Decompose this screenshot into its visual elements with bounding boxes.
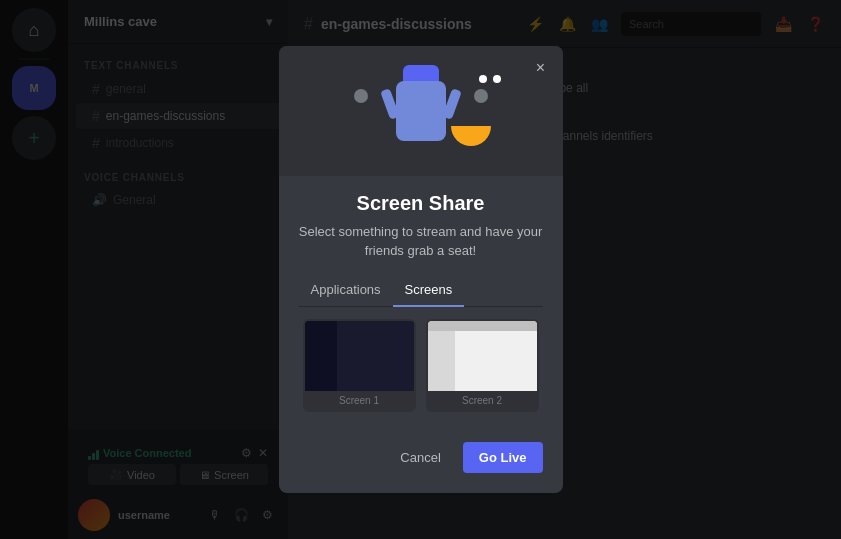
tab-applications[interactable]: Applications xyxy=(299,274,393,307)
close-icon: × xyxy=(536,59,545,77)
screens-grid: Screen 1 Screen 2 xyxy=(299,319,543,412)
tab-applications-label: Applications xyxy=(311,282,381,297)
modal-tabs: Applications Screens xyxy=(299,274,543,307)
screen2-main xyxy=(455,331,537,391)
modal-close-button[interactable]: × xyxy=(529,56,553,80)
figure-left-body xyxy=(351,106,371,146)
screen-preview-1 xyxy=(305,321,414,391)
screen1-bright xyxy=(337,321,413,391)
modal-title: Screen Share xyxy=(299,192,543,215)
screen1-content xyxy=(305,321,414,391)
modal-illustration xyxy=(279,46,563,176)
screen-thumb-1[interactable]: Screen 1 xyxy=(303,319,416,412)
robot-eye-left xyxy=(479,75,487,83)
modal-footer: Cancel Go Live xyxy=(279,442,563,473)
screen1-dark-area xyxy=(305,321,338,391)
screen-preview-2 xyxy=(428,321,537,391)
modal-body: Screen Share Select something to stream … xyxy=(279,176,563,433)
modal-description: Select something to stream and have your… xyxy=(299,223,543,259)
screen-thumb-2[interactable]: Screen 2 xyxy=(426,319,539,412)
screen2-bar xyxy=(428,321,537,331)
screen2-sidebar xyxy=(428,331,455,391)
go-live-button[interactable]: Go Live xyxy=(463,442,543,473)
figure-left-head xyxy=(354,89,368,103)
tab-screens-label: Screens xyxy=(405,282,453,297)
screen-1-label: Screen 1 xyxy=(305,391,414,410)
robot-eye-right xyxy=(493,75,501,83)
screen-2-label: Screen 2 xyxy=(428,391,537,410)
tab-screens[interactable]: Screens xyxy=(393,274,465,307)
cancel-button[interactable]: Cancel xyxy=(388,442,452,473)
figure-right-head xyxy=(474,89,488,103)
screen2-content xyxy=(428,321,537,391)
robot-body xyxy=(396,81,446,141)
illustration-shapes xyxy=(331,61,511,161)
modal-overlay: × Screen Share Select something to strea… xyxy=(0,0,841,539)
screen-share-modal: × Screen Share Select something to strea… xyxy=(279,46,563,492)
